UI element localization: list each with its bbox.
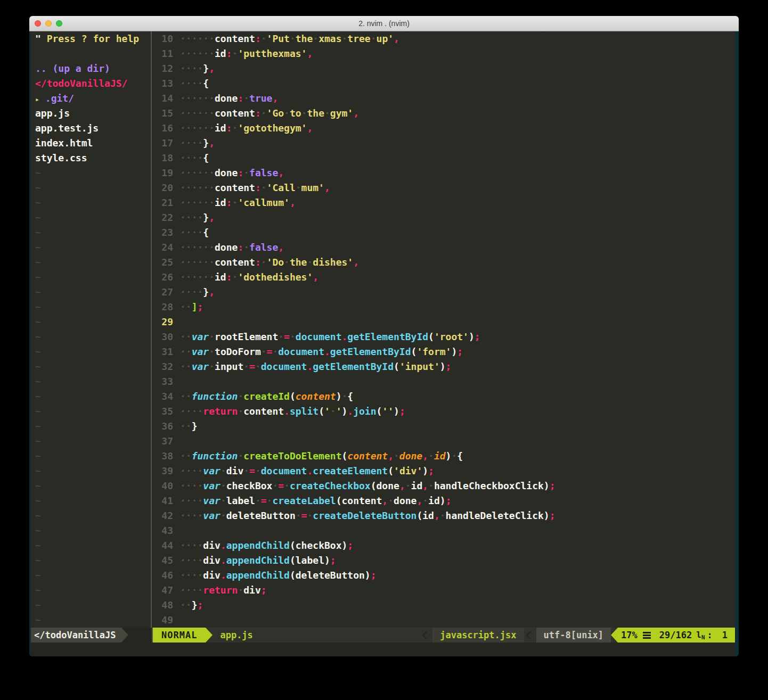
code-text: ····},	[180, 210, 735, 225]
code-line[interactable]: 25······content:·'Do·the·dishes',	[152, 255, 735, 270]
code-line[interactable]: 30··var·rootElement·=·document.getElemen…	[152, 330, 735, 344]
empty-line-tilde: ~	[31, 479, 151, 493]
code-text: ······content:·'Call·mum',	[180, 180, 735, 195]
line-number: 48	[152, 598, 173, 613]
code-line[interactable]: 13····{	[152, 76, 735, 91]
filename-label: app.js	[213, 628, 260, 643]
code-line[interactable]: 38··function·createToDoElement(content,·…	[152, 449, 735, 464]
code-line[interactable]: 17····},	[152, 136, 735, 151]
code-text: ····return·content.split('·').join('');	[180, 404, 735, 419]
line-number: 18	[152, 151, 173, 166]
code-line[interactable]: 41····var·label·=·createLabel(content,·d…	[152, 493, 735, 508]
explorer-blank-line	[31, 46, 151, 61]
explorer-root-path: </todoVanillaJS/	[31, 76, 151, 91]
empty-line-tilde: ~	[31, 449, 151, 464]
line-number: 11	[152, 46, 173, 61]
ruler-segment: 17% 29/162 lN : 1	[618, 628, 735, 643]
terminal-window: 2. nvim . (nvim) " Press ? for help .. (…	[29, 16, 739, 656]
code-line[interactable]: 42····var·deleteButton·=·createDeleteBut…	[152, 508, 735, 523]
code-text: ··];	[180, 300, 735, 315]
code-text	[180, 613, 735, 628]
filetype-label: javascript.jsx	[432, 628, 524, 643]
code-line[interactable]: 37	[152, 434, 735, 449]
code-line[interactable]: 28··];	[152, 300, 735, 315]
code-line[interactable]: 35····return·content.split('·').join('')…	[152, 404, 735, 419]
code-line[interactable]: 46····div.appendChild(deleteButton);	[152, 568, 735, 583]
explorer-status-label: </todoVanillaJS	[31, 628, 121, 643]
empty-line-tilde: ~	[31, 404, 151, 419]
empty-line-tilde: ~	[31, 255, 151, 270]
code-text: ······content:·'Put·the·xmas·tree·up',	[180, 31, 735, 46]
code-text: ··var·rootElement·=·document.getElementB…	[180, 330, 735, 344]
explorer-item-file[interactable]: app.js	[31, 106, 151, 121]
code-text: ····},	[180, 61, 735, 76]
line-number: 32	[152, 359, 173, 374]
line-number: 19	[152, 166, 173, 180]
line-number: 45	[152, 553, 173, 568]
line-number: 34	[152, 389, 173, 404]
code-line[interactable]: 32··var·input·=·document.getElementById(…	[152, 359, 735, 374]
code-line[interactable]: 49	[152, 613, 735, 628]
code-line[interactable]: 29	[152, 315, 735, 330]
code-text: ······done:·true,	[180, 91, 735, 106]
explorer-item-git-dir[interactable]: ▸.git/	[31, 91, 151, 106]
line-number: 38	[152, 449, 173, 464]
line-number: 17	[152, 136, 173, 151]
code-line[interactable]: 20······content:·'Call·mum',	[152, 180, 735, 195]
line-number: 22	[152, 210, 173, 225]
empty-line-tilde: ~	[31, 613, 151, 628]
code-text: ····var·checkBox·=·createCheckbox(done,·…	[180, 479, 735, 493]
empty-line-tilde: ~	[31, 240, 151, 255]
code-line[interactable]: 14······done:·true,	[152, 91, 735, 106]
explorer-item-file[interactable]: style.css	[31, 151, 151, 166]
code-line[interactable]: 33	[152, 374, 735, 389]
code-text: ··var·input·=·document.getElementById('i…	[180, 359, 735, 374]
code-line[interactable]: 15······content:·'Go·to·the·gym',	[152, 106, 735, 121]
code-line[interactable]: 43	[152, 523, 735, 538]
line-number: 13	[152, 76, 173, 91]
collapsed-arrow-icon: ▸	[35, 95, 39, 103]
line-number: 26	[152, 270, 173, 285]
code-line[interactable]: 21······id:·'callmum',	[152, 195, 735, 210]
explorer-item-file[interactable]: app.test.js	[31, 121, 151, 136]
code-line[interactable]: 47····return·div;	[152, 583, 735, 598]
chevron-left-icon	[422, 631, 431, 639]
code-line[interactable]: 27····},	[152, 285, 735, 300]
code-line[interactable]: 36··}	[152, 419, 735, 434]
code-text: ··function·createId(content)·{	[180, 389, 735, 404]
code-line[interactable]: 18····{	[152, 151, 735, 166]
explorer-item-file[interactable]: index.html	[31, 136, 151, 151]
editor-buffer: 10······content:·'Put·the·xmas·tree·up',…	[152, 31, 735, 628]
code-text: ······id:·'putthexmas',	[180, 46, 735, 61]
code-line[interactable]: 48··};	[152, 598, 735, 613]
line-number: 10	[152, 31, 173, 46]
code-line[interactable]: 19······done:·false,	[152, 166, 735, 180]
code-text: ····{	[180, 225, 735, 240]
code-line[interactable]: 26······id:·'dothedishes',	[152, 270, 735, 285]
line-number: 30	[152, 330, 173, 344]
line-number: 15	[152, 106, 173, 121]
code-line[interactable]: 34··function·createId(content)·{	[152, 389, 735, 404]
code-line[interactable]: 23····{	[152, 225, 735, 240]
code-line[interactable]: 16······id:·'gotothegym',	[152, 121, 735, 136]
code-line[interactable]: 44····div.appendChild(checkBox);	[152, 538, 735, 553]
empty-line-tilde: ~	[31, 359, 151, 374]
code-line[interactable]: 39····var·div·=·document.createElement('…	[152, 464, 735, 479]
code-line[interactable]: 10······content:·'Put·the·xmas·tree·up',	[152, 31, 735, 46]
code-line[interactable]: 40····var·checkBox·=·createCheckbox(done…	[152, 479, 735, 493]
code-text	[180, 374, 735, 389]
line-number: 47	[152, 583, 173, 598]
code-text: ······id:·'gotothegym',	[180, 121, 735, 136]
code-line[interactable]: 24······done:·false,	[152, 240, 735, 255]
code-line[interactable]: 12····},	[152, 61, 735, 76]
empty-line-tilde: ~	[31, 344, 151, 359]
line-number: 41	[152, 493, 173, 508]
code-line[interactable]: 22····},	[152, 210, 735, 225]
explorer-status-segment: </todoVanillaJS	[31, 628, 152, 643]
code-line[interactable]: 31··var·toDoForm·=·document.getElementBy…	[152, 344, 735, 359]
explorer-item-up-dir[interactable]: .. (up a dir)	[31, 61, 151, 76]
maxlinenr-icon: lN	[696, 630, 705, 640]
code-line[interactable]: 11······id:·'putthexmas',	[152, 46, 735, 61]
powerline-arrow-icon	[611, 628, 618, 643]
code-line[interactable]: 45····div.appendChild(label);	[152, 553, 735, 568]
